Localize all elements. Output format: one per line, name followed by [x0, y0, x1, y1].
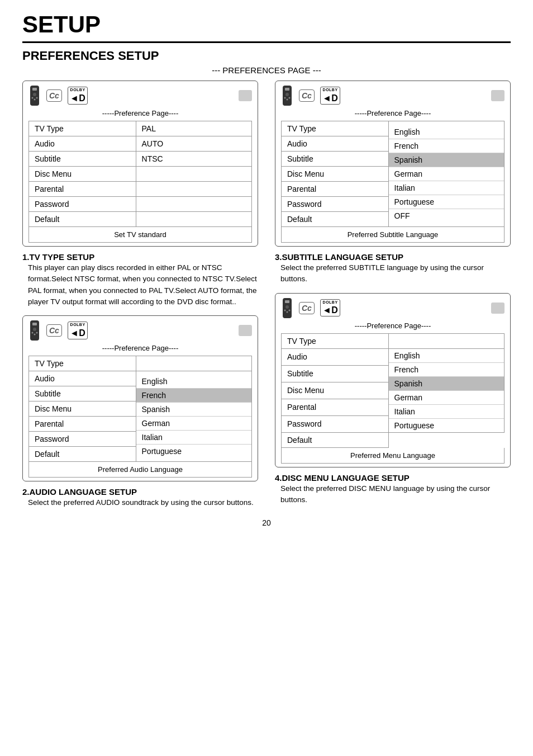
section-3: 3.SUBTITLE LANGUAGE SETUP Select the pre… — [275, 252, 511, 285]
menu-dropdown: English French Spanish German Italian Po… — [388, 348, 504, 432]
row-value — [136, 167, 251, 182]
table-row: TV Type English French Spanish German It… — [282, 121, 505, 136]
svg-point-5 — [34, 99, 36, 101]
row-label: TV Type — [282, 121, 389, 136]
pref-page-label-3: -----Preference Page---- — [28, 344, 252, 352]
pref-page-label-4: -----Preference Page---- — [281, 322, 505, 330]
device-icons-3: Cc DOLBY ◄D — [28, 320, 252, 341]
dolby-icon-1: DOLBY ◄D — [68, 87, 88, 105]
section-3-body: Select the preferred SUBTITLE language b… — [280, 262, 511, 285]
dropdown-item-german[interactable]: German — [389, 391, 504, 405]
page-label: --- PREFERENCES PAGE --- — [22, 65, 511, 75]
pref-page-label-1: -----Preference Page---- — [28, 109, 252, 117]
svg-point-16 — [289, 97, 291, 99]
svg-point-4 — [36, 97, 38, 99]
menu-table-1: TV TypePAL AudioAUTO SubtitleNTSC Disc M… — [28, 121, 252, 227]
row-value — [136, 197, 251, 212]
row-label: Default — [29, 447, 136, 462]
remote-icon-1 — [28, 86, 41, 106]
dropdown-item-french[interactable]: French — [389, 139, 504, 153]
row-label: Subtitle — [282, 365, 389, 382]
svg-point-9 — [32, 332, 34, 334]
row-label: Audio — [29, 136, 136, 152]
dropdown-item-spanish[interactable]: Spanish — [136, 403, 251, 417]
table-row: SubtitleNTSC — [29, 152, 252, 167]
pref-page-label-2: -----Preference Page---- — [281, 109, 505, 117]
dropdown-item-english[interactable]: English — [389, 349, 504, 363]
dropdown-item-german[interactable]: German — [136, 417, 251, 431]
section-1-body: This player can play discs recorded in e… — [28, 262, 258, 308]
table-row: TV TypePAL — [29, 121, 252, 136]
cc-icon-2: Cc — [299, 89, 315, 102]
table-row: Default — [282, 432, 505, 447]
row-value: AUTO — [136, 136, 251, 152]
section-4-body: Select the preferred DISC MENU language … — [280, 483, 511, 506]
row-label: Audio — [282, 348, 389, 365]
section-2-body: Select the preferred AUDIO soundtrack by… — [28, 497, 258, 508]
dropdown-item-french[interactable]: French — [389, 363, 504, 377]
table-row: Default — [29, 212, 252, 227]
device-icons-1: Cc DOLBY ◄D — [28, 86, 252, 106]
panel-2: Cc DOLBY ◄D -----Preference Page---- TV … — [275, 81, 511, 247]
svg-point-17 — [287, 99, 288, 101]
table-row: Password — [29, 197, 252, 212]
row-label: Disc Menu — [29, 167, 136, 182]
remote-icon-2 — [281, 86, 293, 106]
table-row: Audio English French Spanish German Ital… — [282, 348, 505, 365]
panel-3: Cc DOLBY ◄D -----Preference Page---- TV … — [22, 315, 258, 481]
dolby-icon-3: DOLBY ◄D — [68, 322, 88, 339]
cc-icon-1: Cc — [46, 89, 62, 102]
dropdown-item-french[interactable]: French — [136, 389, 251, 403]
dropdown-item-italian[interactable]: Italian — [389, 181, 504, 195]
panel-1: Cc DOLBY ◄D -----Preference Page---- TV … — [22, 81, 258, 247]
dropdown-item-english[interactable]: English — [389, 125, 504, 139]
table-row: Disc Menu — [29, 167, 252, 182]
row-label: Default — [282, 432, 389, 447]
section-3-title: 3.SUBTITLE LANGUAGE SETUP — [275, 252, 511, 262]
row-label: TV Type — [29, 121, 136, 136]
extra-icon-1 — [239, 90, 252, 101]
svg-point-11 — [34, 334, 36, 336]
row-label: Password — [282, 197, 389, 212]
dropdown-item-spanish[interactable]: Spanish — [389, 153, 504, 167]
row-label: Password — [282, 415, 389, 432]
table-row: TV Type — [282, 333, 505, 348]
row-label: Disc Menu — [282, 167, 389, 182]
pref-setup-title: PREFERENCES SETUP — [22, 49, 511, 63]
dropdown-item-german[interactable]: German — [389, 167, 504, 181]
svg-point-20 — [285, 305, 289, 309]
svg-point-14 — [285, 93, 289, 96]
dropdown-item-portuguese[interactable]: Portuguese — [389, 195, 504, 209]
panel-footer-4: Preferred Menu Language — [281, 448, 505, 464]
dropdown-item-portuguese[interactable]: Portuguese — [389, 419, 504, 432]
svg-point-8 — [33, 328, 36, 331]
row-label: Password — [29, 197, 136, 212]
dropdown-item-italian[interactable]: Italian — [136, 431, 251, 445]
row-label: Parental — [29, 182, 136, 197]
table-row: Parental — [29, 182, 252, 197]
page-number: 20 — [22, 518, 511, 527]
section-2-title: 2.AUDIO LANGUAGE SETUP — [22, 487, 258, 497]
row-label: Password — [29, 432, 136, 447]
menu-table-3: TV Type Audio English French Spanish Ger… — [28, 356, 252, 462]
dropdown-item-italian[interactable]: Italian — [389, 405, 504, 419]
row-label: TV Type — [29, 356, 136, 371]
row-value: PAL — [136, 121, 251, 136]
extra-icon-2 — [491, 90, 505, 101]
menu-table-4: TV Type Audio English French Spanish Ger… — [281, 333, 505, 448]
section-1: 1.TV TYPE SETUP This player can play dis… — [22, 252, 258, 308]
row-label: Parental — [282, 182, 389, 197]
cc-icon-3: Cc — [46, 324, 62, 337]
dropdown-item-off[interactable]: OFF — [389, 209, 504, 223]
row-label: Parental — [282, 399, 389, 415]
row-label: Audio — [29, 371, 136, 386]
row-value — [136, 212, 251, 227]
dropdown-item-spanish[interactable]: Spanish — [389, 377, 504, 391]
row-value — [136, 182, 251, 197]
panel-footer-3: Preferred Audio Language — [28, 462, 252, 478]
row-label: Subtitle — [29, 152, 136, 167]
dropdown-item-english[interactable]: English — [136, 375, 251, 389]
row-label: Default — [29, 212, 136, 227]
dropdown-item-portuguese[interactable]: Portuguese — [136, 445, 251, 458]
right-column: Cc DOLBY ◄D -----Preference Page---- TV … — [275, 81, 511, 508]
